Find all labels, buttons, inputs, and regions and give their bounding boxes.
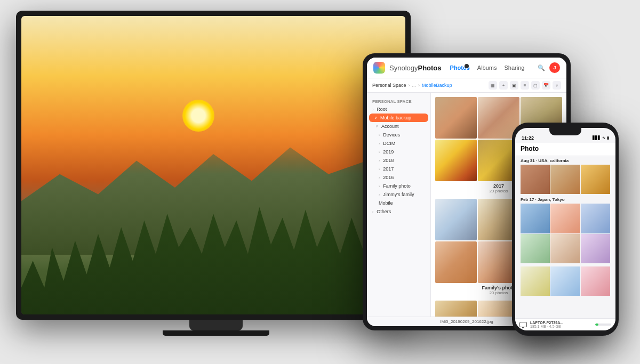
sidebar-item-devices[interactable]: › Devices bbox=[367, 131, 430, 139]
phone-photo-cell[interactable] bbox=[521, 165, 550, 194]
chevron-right-icon-6: › bbox=[379, 167, 380, 171]
phone-group-extra bbox=[515, 264, 615, 297]
view-toggle-icon[interactable]: ▢ bbox=[531, 81, 540, 90]
phone-notch bbox=[549, 128, 581, 135]
file-name-label: IMG_20190209_201622.jpg bbox=[440, 319, 493, 324]
phone-photo-cell[interactable] bbox=[581, 204, 610, 233]
phone-photo-grid-extra bbox=[521, 266, 610, 296]
nav-sharing[interactable]: Sharing bbox=[505, 64, 525, 71]
wifi-icon: ∿ bbox=[602, 136, 605, 140]
phone: 11:22 ▋▋▋ ∿ ▮ Photo Aug 31 · USA, califo… bbox=[512, 123, 619, 336]
sidebar-item-others[interactable]: › Others bbox=[367, 207, 430, 216]
search-icon[interactable]: 🔍 bbox=[537, 63, 546, 72]
tv-stand bbox=[189, 320, 243, 330]
tablet-camera bbox=[465, 64, 469, 68]
filter-icon[interactable]: ▿ bbox=[553, 81, 561, 90]
header-actions: 🔍 J bbox=[537, 62, 560, 73]
chevron-down-icon: ∨ bbox=[374, 116, 377, 120]
sidebar-item-mobile[interactable]: Mobile bbox=[367, 199, 430, 207]
scene: SynologyPhotos Photos Albums Sharing 🔍 J… bbox=[0, 0, 640, 364]
sidebar-item-2018[interactable]: › 2018 bbox=[367, 156, 430, 165]
sidebar-item-dcim[interactable]: › DCIM bbox=[367, 139, 430, 148]
chevron-right-icon-2: › bbox=[379, 133, 380, 137]
phone-app-title: Photo bbox=[515, 143, 615, 156]
phone-date-feb: Feb 17 · Japan, Tokyo bbox=[521, 197, 610, 202]
sidebar-item-2016[interactable]: › 2016 bbox=[367, 173, 430, 182]
phone-photo-cell[interactable] bbox=[550, 165, 580, 194]
phone-date-aug: Aug 31 · USA, california bbox=[521, 158, 610, 163]
chevron-right-icon-7: › bbox=[379, 176, 380, 180]
chevron-right-icon-8: › bbox=[379, 184, 380, 188]
sidebar-item-mobilebackup[interactable]: ∨ Mobile backup bbox=[369, 114, 428, 122]
phone-photo-cell[interactable] bbox=[581, 165, 610, 194]
sidebar-item-jimmys-family[interactable]: › Jimmy's family bbox=[367, 190, 430, 199]
breadcrumb-current[interactable]: MobileBackup bbox=[422, 83, 452, 88]
app-name-synology: SynologyPhotos bbox=[389, 64, 442, 72]
breadcrumb-arrow2: › bbox=[418, 83, 420, 88]
phone-screen: 11:22 ▋▋▋ ∿ ▮ Photo Aug 31 · USA, califo… bbox=[515, 128, 615, 330]
phone-photo-grid-aug bbox=[521, 165, 610, 194]
sidebar-section-label: Personal space bbox=[367, 97, 430, 105]
chevron-right-icon-10: › bbox=[372, 210, 373, 214]
photo-cell[interactable] bbox=[435, 140, 477, 181]
tv-base bbox=[163, 330, 269, 336]
breadcrumb-dots: ... bbox=[412, 83, 417, 88]
header-nav: Photos Albums Sharing bbox=[450, 64, 525, 71]
photo-cell[interactable] bbox=[435, 199, 477, 240]
sidebar-item-2019[interactable]: › 2019 bbox=[367, 148, 430, 156]
calendar-icon[interactable]: 📅 bbox=[542, 81, 550, 90]
phone-photo-cell[interactable] bbox=[550, 266, 580, 296]
phone-photo-cell[interactable] bbox=[521, 266, 550, 296]
breadcrumb-separator: › bbox=[409, 83, 410, 88]
photo-cell[interactable] bbox=[435, 241, 477, 283]
tv-sun bbox=[182, 100, 214, 132]
phone-group-aug: Aug 31 · USA, california bbox=[515, 156, 615, 195]
chevron-right-icon: › bbox=[372, 108, 373, 111]
phone-time: 11:22 bbox=[522, 135, 534, 141]
user-avatar[interactable]: J bbox=[549, 62, 560, 73]
device-sizes: 185.1 MB · 4.5 GB bbox=[530, 325, 592, 328]
add-icon[interactable]: + bbox=[499, 81, 508, 90]
phone-group-feb: Feb 17 · Japan, Tokyo bbox=[515, 195, 615, 264]
sidebar-item-account[interactable]: ∨ Account bbox=[367, 122, 430, 131]
phone-photo-cell[interactable] bbox=[550, 204, 580, 233]
chevron-right-icon-9: › bbox=[379, 193, 380, 197]
chevron-down-icon-2: ∨ bbox=[375, 124, 378, 128]
nav-albums[interactable]: Albums bbox=[477, 64, 497, 71]
sort-icon[interactable]: ≡ bbox=[521, 81, 529, 90]
view-grid-icon[interactable]: ▦ bbox=[489, 81, 497, 90]
chevron-right-icon-3: › bbox=[379, 142, 380, 145]
sidebar-item-root[interactable]: › Root bbox=[367, 105, 430, 114]
device-status: LAPTOP-P2T39A... 185.1 MB · 4.5 GB bbox=[530, 321, 592, 328]
breadcrumb-actions: ▦ + ▣ ≡ ▢ 📅 ▿ bbox=[489, 81, 561, 90]
phone-photo-cell[interactable] bbox=[521, 204, 550, 233]
sidebar: Personal space › Root ∨ Mobile backup ∨ … bbox=[367, 93, 431, 317]
app-logo bbox=[373, 62, 385, 74]
device-progress-bar bbox=[595, 323, 611, 326]
phone-content: Aug 31 · USA, california Feb 17 · Japan,… bbox=[515, 156, 615, 318]
chevron-right-icon-4: › bbox=[379, 150, 380, 154]
battery-icon: ▮ bbox=[607, 136, 609, 140]
sidebar-item-2017[interactable]: › 2017 bbox=[367, 165, 430, 173]
tv-screen bbox=[21, 16, 405, 314]
device-progress-fill bbox=[595, 323, 598, 326]
sidebar-item-family-photo[interactable]: › Family photo bbox=[367, 182, 430, 190]
chevron-right-icon-5: › bbox=[379, 159, 380, 163]
phone-photo-grid-feb bbox=[521, 204, 610, 263]
tv-body bbox=[16, 11, 411, 320]
photo-cell[interactable] bbox=[435, 301, 477, 317]
phone-body: 11:22 ▋▋▋ ∿ ▮ Photo Aug 31 · USA, califo… bbox=[512, 123, 619, 336]
breadcrumb-home[interactable]: Personal Space bbox=[372, 83, 406, 88]
select-icon[interactable]: ▣ bbox=[510, 81, 518, 90]
phone-status-icons: ▋▋▋ ∿ ▮ bbox=[593, 136, 609, 140]
device-name: LAPTOP-P2T39A... bbox=[530, 321, 592, 325]
phone-bottom-bar: LAPTOP-P2T39A... 185.1 MB · 4.5 GB bbox=[515, 318, 615, 330]
laptop-icon bbox=[519, 322, 527, 327]
phone-photo-cell[interactable] bbox=[581, 266, 610, 296]
tv bbox=[16, 11, 416, 336]
phone-photo-cell[interactable] bbox=[550, 234, 580, 263]
phone-photo-cell[interactable] bbox=[521, 234, 550, 263]
breadcrumb: Personal Space › ... › MobileBackup ▦ + … bbox=[367, 78, 566, 93]
phone-photo-cell[interactable] bbox=[581, 234, 610, 263]
photo-cell[interactable] bbox=[435, 97, 477, 139]
